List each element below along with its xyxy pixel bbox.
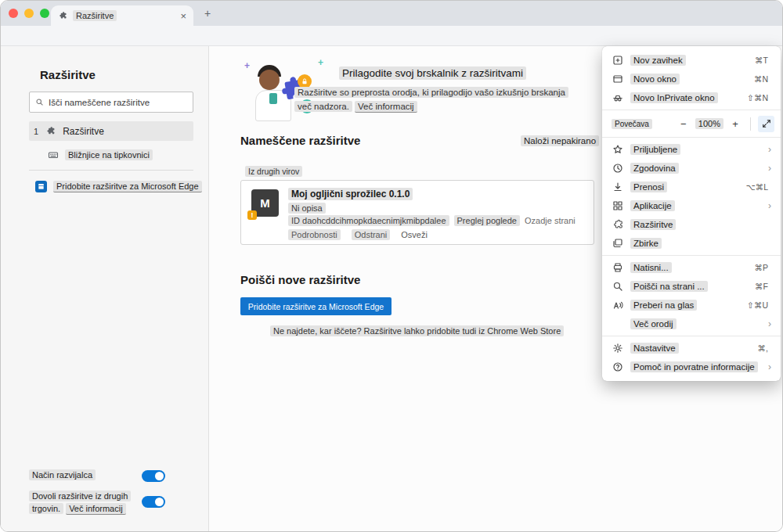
reload-extension-button[interactable]: Osveži <box>401 230 428 239</box>
extension-card: M ! Moj ogljični sprožilec 0.1.0 Ni opis… <box>240 180 594 245</box>
fullscreen-icon[interactable] <box>758 116 774 132</box>
browser-menu: Nov zavihek ⌘T Novo okno ⌘N Novo InPriva… <box>602 46 781 381</box>
extensions-puzzle-icon <box>612 219 623 231</box>
help-icon <box>612 361 623 373</box>
browser-tab[interactable]: Razširitve × <box>51 5 193 26</box>
menu-zoom-row: Povečava − 100% + <box>602 113 781 135</box>
menu-item-new-window[interactable]: Novo okno ⌘N <box>602 70 781 88</box>
sidebar-item-label: Razširitve <box>63 126 104 137</box>
browser-window: Razširitve × + Edge edge://extensions Ra… <box>0 0 783 532</box>
inspect-views-label: Preglej poglede <box>454 215 520 226</box>
find-extensions-heading: Poišči nove razširitve <box>240 273 360 286</box>
favorites-star-icon <box>612 144 623 156</box>
new-tab-button[interactable]: + <box>200 7 215 21</box>
get-extensions-button[interactable]: Pridobite razširitve za Microsoft Edge <box>240 297 392 315</box>
menu-item-favorites[interactable]: Priljubljene › <box>602 140 781 159</box>
new-window-icon <box>612 74 623 85</box>
inprivate-icon <box>612 92 623 104</box>
sidebar-title: Razširitve <box>40 68 96 81</box>
menu-divider <box>602 137 781 138</box>
menu-item-downloads[interactable]: Prenosi ⌥⌘L <box>602 178 781 196</box>
extensions-sidebar: Razširitve 1 Razširitve Bližnjice na tip… <box>1 46 209 531</box>
menu-item-print[interactable]: Natisni... ⌘P <box>602 258 781 277</box>
warning-badge-icon: ! <box>247 210 257 220</box>
zoom-divider <box>750 117 751 131</box>
developer-mode-row: Način razvijalca <box>29 469 96 480</box>
extension-description: Ni opisa <box>288 203 326 214</box>
apps-grid-icon <box>612 200 623 212</box>
menu-item-help-feedback[interactable]: Pomoč in povratne informacije › <box>602 358 781 376</box>
maximize-window-button[interactable] <box>40 9 49 18</box>
menu-divider <box>602 110 781 110</box>
sparkle-icon: + <box>318 57 323 68</box>
menu-item-collections[interactable]: Zbirke <box>602 234 781 253</box>
extension-name: Moj ogljični sprožilec 0.1.0 <box>288 188 413 200</box>
sparkle-icon: + <box>244 60 250 71</box>
menu-divider <box>602 336 781 336</box>
new-tab-icon <box>612 55 623 66</box>
sidebar-get-extensions-link[interactable]: Pridobite razširitve za Microsoft Edge <box>29 176 206 196</box>
extension-id: ID daohcddcihmopkdaecnimjkmibpdalee <box>288 215 449 226</box>
tab-title: Razširitve <box>73 10 117 21</box>
find-magnifier-icon <box>612 281 623 293</box>
search-box[interactable] <box>29 92 193 113</box>
keyboard-shortcuts-label: Bližnjice na tipkovnici <box>65 149 153 160</box>
menu-item-more-tools[interactable]: Več orodij › <box>602 315 781 333</box>
tab-strip: Razširitve × + <box>1 1 782 26</box>
menu-item-new-tab[interactable]: Nov zavihek ⌘T <box>602 51 781 70</box>
hero-description-line1: Razširitve so preprosta orodja, ki prila… <box>294 87 568 98</box>
close-window-button[interactable] <box>9 9 18 18</box>
menu-item-settings[interactable]: Nastavitve ⌘, <box>602 339 781 358</box>
extensions-favicon <box>58 11 67 20</box>
allow-other-stores-toggle[interactable] <box>142 496 165 508</box>
downloads-icon <box>612 182 623 193</box>
menu-item-apps[interactable]: Aplikacije › <box>602 196 781 215</box>
allow-other-stores-label-line1: Dovoli razširitve iz drugih <box>29 491 131 501</box>
allow-other-stores-label-line2: trgovin. Več informacij <box>29 503 126 515</box>
puzzle-icon <box>45 126 56 136</box>
keyboard-icon <box>48 149 59 160</box>
search-icon <box>35 98 44 106</box>
chrome-store-note: Ne najdete, kar iščete? Razširitve lahko… <box>270 325 564 336</box>
hero-description-line2: več nadzora. Več informacij <box>294 101 417 113</box>
window-controls <box>9 9 49 18</box>
print-icon <box>612 262 623 274</box>
extension-actions: Podrobnosti Odstrani Osveži <box>288 229 428 240</box>
zoom-label: Povečava <box>612 119 652 129</box>
navigation-toolbar: Edge edge://extensions <box>1 26 782 46</box>
menu-item-read-aloud[interactable]: Preberi na glas ⇧⌘U <box>602 296 781 315</box>
hero-title: Prilagodite svoj brskalnik z razširitvam… <box>339 66 526 80</box>
sidebar-divider <box>29 170 193 171</box>
other-sources-label: Iz drugih virov <box>245 166 302 177</box>
read-aloud-icon <box>612 300 623 311</box>
details-button[interactable]: Podrobnosti <box>288 229 341 240</box>
store-bag-icon <box>35 181 47 192</box>
get-extensions-label: Pridobite razširitve za Microsoft Edge <box>53 181 202 192</box>
menu-divider <box>602 255 781 256</box>
settings-gear-icon <box>612 343 623 354</box>
sidebar-item-extensions[interactable]: 1 Razširitve <box>29 121 193 141</box>
minimize-window-button[interactable] <box>24 9 34 18</box>
installed-extensions-heading: Nameščene razširitve <box>240 134 360 147</box>
tab-close-icon[interactable]: × <box>180 11 186 21</box>
zoom-value: 100% <box>695 118 723 129</box>
extensions-count: 1 <box>34 127 38 136</box>
zoom-out-button[interactable]: − <box>676 116 691 131</box>
search-input[interactable] <box>49 98 187 107</box>
more-tools-spacer <box>612 318 623 330</box>
allow-more-info-link[interactable]: Več informacij <box>66 503 125 515</box>
zoom-in-button[interactable]: + <box>727 116 743 131</box>
hero-more-info-link[interactable]: Več informacij <box>355 101 417 113</box>
menu-item-new-inprivate-window[interactable]: Novo InPrivate okno ⇧⌘N <box>602 88 781 107</box>
developer-mode-toggle[interactable] <box>142 470 165 482</box>
background-page-link[interactable]: Ozadje strani <box>525 216 576 225</box>
menu-item-find-on-page[interactable]: Poišči na strani ... ⌘F <box>602 277 781 296</box>
menu-item-extensions[interactable]: Razširitve <box>602 215 781 234</box>
chrome-web-store-link[interactable]: Chrome Web Store <box>487 326 561 336</box>
menu-item-history[interactable]: Zgodovina › <box>602 159 781 178</box>
sidebar-item-keyboard-shortcuts[interactable]: Bližnjice na tipkovnici <box>29 146 193 164</box>
collections-icon <box>612 238 623 250</box>
remove-button[interactable]: Odstrani <box>352 229 391 240</box>
history-clock-icon <box>612 163 623 174</box>
load-unpacked-button[interactable]: Naloži nepakirano <box>521 135 599 146</box>
